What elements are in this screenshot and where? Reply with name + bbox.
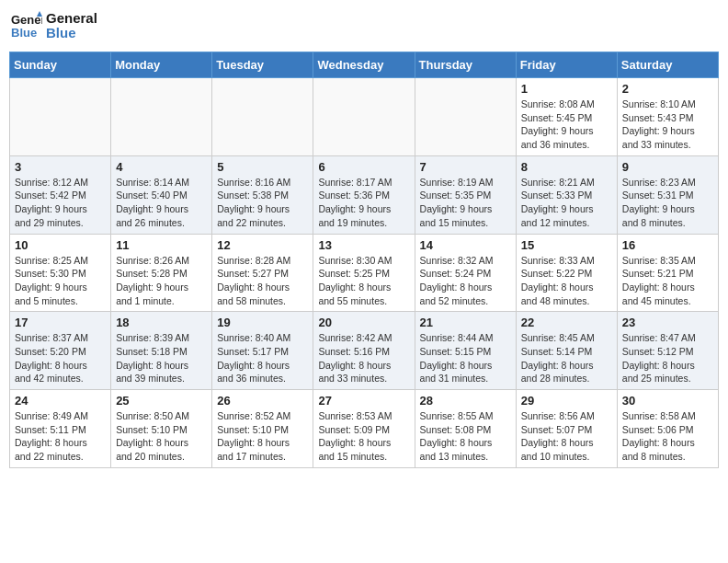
calendar-cell: 4Sunrise: 8:14 AM Sunset: 5:40 PM Daylig… (111, 155, 212, 234)
day-info: Sunrise: 8:47 AM Sunset: 5:12 PM Dayligh… (622, 331, 713, 385)
calendar-cell: 25Sunrise: 8:50 AM Sunset: 5:10 PM Dayli… (111, 390, 212, 468)
calendar-cell: 29Sunrise: 8:56 AM Sunset: 5:07 PM Dayli… (516, 390, 617, 468)
day-info: Sunrise: 8:44 AM Sunset: 5:15 PM Dayligh… (420, 331, 511, 385)
calendar-cell: 22Sunrise: 8:45 AM Sunset: 5:14 PM Dayli… (516, 312, 617, 390)
week-row-4: 17Sunrise: 8:37 AM Sunset: 5:20 PM Dayli… (10, 312, 719, 390)
calendar-cell: 7Sunrise: 8:19 AM Sunset: 5:35 PM Daylig… (415, 155, 516, 234)
calendar-cell: 18Sunrise: 8:39 AM Sunset: 5:18 PM Dayli… (111, 312, 212, 390)
calendar-cell: 28Sunrise: 8:55 AM Sunset: 5:08 PM Dayli… (415, 390, 516, 468)
calendar-cell (313, 78, 415, 156)
day-number: 27 (318, 394, 409, 408)
weekday-header-row: SundayMondayTuesdayWednesdayThursdayFrid… (10, 52, 719, 78)
day-info: Sunrise: 8:14 AM Sunset: 5:40 PM Dayligh… (116, 176, 207, 230)
day-info: Sunrise: 8:56 AM Sunset: 5:07 PM Dayligh… (521, 409, 612, 464)
calendar-cell: 19Sunrise: 8:40 AM Sunset: 5:17 PM Dayli… (212, 312, 313, 390)
day-info: Sunrise: 8:58 AM Sunset: 5:06 PM Dayligh… (622, 409, 713, 464)
day-info: Sunrise: 8:21 AM Sunset: 5:33 PM Dayligh… (521, 176, 612, 230)
weekday-header-wednesday: Wednesday (313, 52, 415, 78)
calendar-cell: 15Sunrise: 8:33 AM Sunset: 5:22 PM Dayli… (516, 234, 617, 312)
calendar-cell: 23Sunrise: 8:47 AM Sunset: 5:12 PM Dayli… (617, 312, 718, 390)
weekday-header-tuesday: Tuesday (212, 52, 313, 78)
day-number: 1 (521, 82, 612, 96)
day-number: 4 (116, 160, 207, 174)
logo: General Blue General Blue (9, 9, 97, 42)
day-number: 16 (622, 238, 713, 252)
day-number: 5 (217, 160, 308, 174)
calendar-cell: 6Sunrise: 8:17 AM Sunset: 5:36 PM Daylig… (313, 155, 415, 234)
day-info: Sunrise: 8:10 AM Sunset: 5:43 PM Dayligh… (622, 98, 713, 152)
day-info: Sunrise: 8:52 AM Sunset: 5:10 PM Dayligh… (217, 409, 308, 464)
day-info: Sunrise: 8:25 AM Sunset: 5:30 PM Dayligh… (15, 254, 106, 308)
day-number: 20 (318, 316, 409, 329)
day-number: 9 (622, 160, 713, 174)
day-info: Sunrise: 8:50 AM Sunset: 5:10 PM Dayligh… (116, 409, 207, 464)
calendar-cell: 10Sunrise: 8:25 AM Sunset: 5:30 PM Dayli… (10, 234, 111, 312)
day-info: Sunrise: 8:33 AM Sunset: 5:22 PM Dayligh… (521, 254, 612, 308)
calendar-cell: 11Sunrise: 8:26 AM Sunset: 5:28 PM Dayli… (111, 234, 212, 312)
day-number: 25 (116, 394, 207, 408)
logo-icon: General Blue (9, 9, 42, 42)
week-row-3: 10Sunrise: 8:25 AM Sunset: 5:30 PM Dayli… (10, 234, 719, 312)
day-info: Sunrise: 8:37 AM Sunset: 5:20 PM Dayligh… (15, 331, 106, 385)
day-number: 21 (420, 316, 511, 329)
day-number: 6 (318, 160, 409, 174)
day-number: 30 (622, 394, 713, 408)
calendar-cell (415, 78, 516, 156)
week-row-5: 24Sunrise: 8:49 AM Sunset: 5:11 PM Dayli… (10, 390, 719, 468)
calendar-cell: 12Sunrise: 8:28 AM Sunset: 5:27 PM Dayli… (212, 234, 313, 312)
day-info: Sunrise: 8:55 AM Sunset: 5:08 PM Dayligh… (420, 409, 511, 464)
calendar-cell: 20Sunrise: 8:42 AM Sunset: 5:16 PM Dayli… (313, 312, 415, 390)
day-number: 12 (217, 238, 308, 252)
calendar-cell: 5Sunrise: 8:16 AM Sunset: 5:38 PM Daylig… (212, 155, 313, 234)
day-info: Sunrise: 8:26 AM Sunset: 5:28 PM Dayligh… (116, 254, 207, 308)
calendar-cell (212, 78, 313, 156)
calendar-cell: 8Sunrise: 8:21 AM Sunset: 5:33 PM Daylig… (516, 155, 617, 234)
weekday-header-thursday: Thursday (415, 52, 516, 78)
day-number: 15 (521, 238, 612, 252)
calendar-cell (10, 78, 111, 156)
day-info: Sunrise: 8:39 AM Sunset: 5:18 PM Dayligh… (116, 331, 207, 385)
calendar-cell: 30Sunrise: 8:58 AM Sunset: 5:06 PM Dayli… (617, 390, 718, 468)
day-info: Sunrise: 8:12 AM Sunset: 5:42 PM Dayligh… (15, 176, 106, 230)
day-number: 7 (420, 160, 511, 174)
day-number: 8 (521, 160, 612, 174)
weekday-header-friday: Friday (516, 52, 617, 78)
day-info: Sunrise: 8:19 AM Sunset: 5:35 PM Dayligh… (420, 176, 511, 230)
day-number: 11 (116, 238, 207, 252)
day-number: 3 (15, 160, 106, 174)
day-info: Sunrise: 8:16 AM Sunset: 5:38 PM Dayligh… (217, 176, 308, 230)
week-row-1: 1Sunrise: 8:08 AM Sunset: 5:45 PM Daylig… (10, 78, 719, 156)
calendar-table: SundayMondayTuesdayWednesdayThursdayFrid… (9, 52, 719, 468)
day-info: Sunrise: 8:53 AM Sunset: 5:09 PM Dayligh… (318, 409, 409, 464)
svg-text:Blue: Blue (11, 26, 37, 40)
calendar-cell: 17Sunrise: 8:37 AM Sunset: 5:20 PM Dayli… (10, 312, 111, 390)
calendar-cell: 13Sunrise: 8:30 AM Sunset: 5:25 PM Dayli… (313, 234, 415, 312)
logo-line2: Blue (46, 26, 97, 41)
calendar-cell: 26Sunrise: 8:52 AM Sunset: 5:10 PM Dayli… (212, 390, 313, 468)
weekday-header-sunday: Sunday (10, 52, 111, 78)
calendar-cell: 21Sunrise: 8:44 AM Sunset: 5:15 PM Dayli… (415, 312, 516, 390)
calendar-cell: 3Sunrise: 8:12 AM Sunset: 5:42 PM Daylig… (10, 155, 111, 234)
calendar-cell: 16Sunrise: 8:35 AM Sunset: 5:21 PM Dayli… (617, 234, 718, 312)
day-info: Sunrise: 8:23 AM Sunset: 5:31 PM Dayligh… (622, 176, 713, 230)
day-number: 2 (622, 82, 713, 96)
day-number: 24 (15, 394, 106, 408)
page-header: General Blue General Blue (9, 9, 719, 42)
day-number: 17 (15, 316, 106, 329)
day-info: Sunrise: 8:30 AM Sunset: 5:25 PM Dayligh… (318, 254, 409, 308)
day-info: Sunrise: 8:42 AM Sunset: 5:16 PM Dayligh… (318, 331, 409, 385)
day-number: 19 (217, 316, 308, 329)
logo-line1: General (46, 11, 97, 27)
weekday-header-saturday: Saturday (617, 52, 718, 78)
calendar-cell: 27Sunrise: 8:53 AM Sunset: 5:09 PM Dayli… (313, 390, 415, 468)
day-number: 23 (622, 316, 713, 329)
day-info: Sunrise: 8:40 AM Sunset: 5:17 PM Dayligh… (217, 331, 308, 385)
day-number: 14 (420, 238, 511, 252)
calendar-cell (111, 78, 212, 156)
calendar-cell: 24Sunrise: 8:49 AM Sunset: 5:11 PM Dayli… (10, 390, 111, 468)
day-info: Sunrise: 8:49 AM Sunset: 5:11 PM Dayligh… (15, 409, 106, 464)
day-info: Sunrise: 8:08 AM Sunset: 5:45 PM Dayligh… (521, 98, 612, 152)
calendar-cell: 2Sunrise: 8:10 AM Sunset: 5:43 PM Daylig… (617, 78, 718, 156)
weekday-header-monday: Monday (111, 52, 212, 78)
day-number: 13 (318, 238, 409, 252)
